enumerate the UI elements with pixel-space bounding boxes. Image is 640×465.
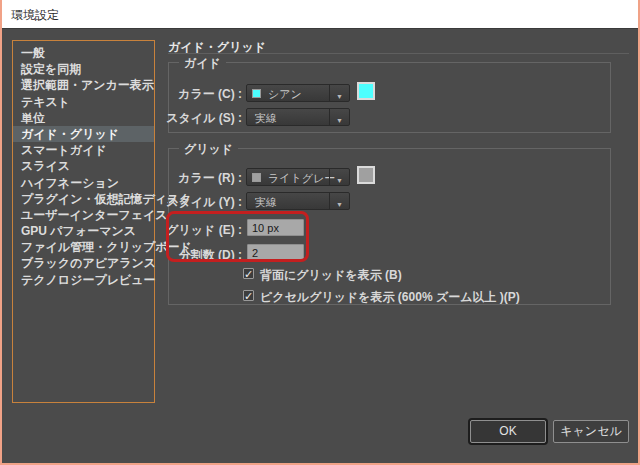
grid-color-dropdown[interactable]: ライトグレー ▼ (246, 168, 350, 186)
guide-color-value: シアン (268, 87, 302, 102)
panel-separator (168, 53, 629, 54)
subdivisions-label: 分割数 (D) : (160, 247, 242, 264)
title-bar[interactable]: 環境設定 (0, 0, 640, 29)
preferences-sidebar: 一般 設定を同期 選択範囲・アンカー表示 テキスト 単位 ガイド・グリッド スマ… (12, 40, 155, 403)
sidebar-item-type[interactable]: テキスト (13, 94, 154, 110)
sidebar-item-user-interface[interactable]: ユーザーインターフェイス (13, 207, 154, 223)
guide-color-chip (252, 89, 261, 98)
sidebar-item-guides-grid[interactable]: ガイド・グリッド (13, 126, 154, 142)
chevron-down-icon: ▼ (336, 201, 343, 208)
gridline-every-input[interactable] (247, 219, 304, 236)
sidebar-item-sync-settings[interactable]: 設定を同期 (13, 61, 154, 77)
gridline-every-label: グリッド (E) : (160, 222, 242, 239)
guide-color-swatch[interactable] (357, 82, 375, 100)
sidebar-item-plugins-scratch-disks[interactable]: プラグイン・仮想記憶ディスク (13, 191, 154, 207)
sidebar-item-appearance-of-black[interactable]: ブラックのアピアランス (13, 255, 154, 271)
chevron-down-icon: ▼ (336, 117, 343, 124)
sidebar-item-gpu-performance[interactable]: GPU パフォーマンス (13, 223, 154, 239)
grid-style-arrow-section: ▼ (329, 193, 349, 209)
guides-legend: ガイド (179, 55, 226, 72)
pixel-grid-label: ピクセルグリッドを表示 (600% ズーム以上 )(P) (260, 289, 520, 306)
grid-style-label: スタイル (Y) : (160, 194, 242, 211)
sidebar-item-selection-anchor[interactable]: 選択範囲・アンカー表示 (13, 77, 154, 93)
grid-color-swatch[interactable] (357, 166, 375, 184)
grid-color-value: ライトグレー (268, 171, 335, 186)
sidebar-item-slices[interactable]: スライス (13, 158, 154, 174)
guide-color-label: カラー (C) : (160, 86, 242, 103)
grids-in-back-label: 背面にグリッドを表示 (B) (260, 267, 402, 284)
guide-style-dropdown[interactable]: 実線 ▼ (246, 108, 350, 126)
guide-color-arrow-section: ▼ (329, 85, 349, 101)
preferences-dialog: 環境設定 一般 設定を同期 選択範囲・アンカー表示 テキスト 単位 ガイド・グリ… (0, 0, 640, 465)
guide-style-value: 実線 (255, 111, 277, 126)
guide-style-label: スタイル (S) : (160, 110, 242, 127)
grid-color-arrow-section: ▼ (329, 169, 349, 185)
window-title: 環境設定 (11, 7, 59, 24)
sidebar-item-file-handling-clipboard[interactable]: ファイル管理・クリップボード (13, 239, 154, 255)
grid-style-value: 実線 (255, 195, 277, 210)
sidebar-item-units[interactable]: 単位 (13, 110, 154, 126)
grid-legend: グリッド (179, 141, 238, 158)
grids-in-back-checkbox[interactable]: ✓ (243, 268, 254, 279)
sidebar-item-technology-preview[interactable]: テクノロジープレビュー (13, 272, 154, 288)
ok-button[interactable]: OK (470, 420, 546, 443)
cancel-button[interactable]: キャンセル (553, 420, 629, 443)
pixel-grid-checkbox[interactable]: ✓ (243, 290, 254, 301)
subdivisions-input[interactable] (247, 244, 304, 261)
checkmark-icon: ✓ (244, 290, 253, 302)
chevron-down-icon: ▼ (336, 93, 343, 100)
guide-style-arrow-section: ▼ (329, 109, 349, 125)
chevron-down-icon: ▼ (336, 177, 343, 184)
checkmark-icon: ✓ (244, 268, 253, 280)
grid-color-chip (252, 173, 261, 182)
guide-color-dropdown[interactable]: シアン ▼ (246, 84, 350, 102)
grid-color-label: カラー (R) : (160, 170, 242, 187)
sidebar-item-smart-guides[interactable]: スマートガイド (13, 142, 154, 158)
sidebar-item-general[interactable]: 一般 (13, 45, 154, 61)
sidebar-item-hyphenation[interactable]: ハイフネーション (13, 175, 154, 191)
grid-style-dropdown[interactable]: 実線 ▼ (246, 192, 350, 210)
